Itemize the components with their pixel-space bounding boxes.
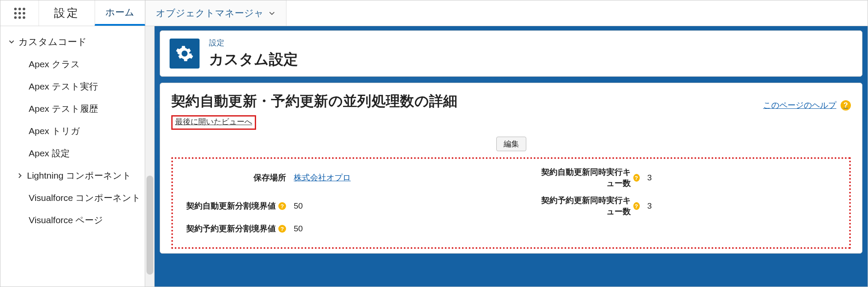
detail-row-auto-threshold: 契約自動更新分割境界値? 50 — [183, 195, 486, 217]
page-title: 契約自動更新・予約更新の並列処理数の詳細 — [171, 92, 458, 111]
help-icon: ? — [841, 100, 851, 111]
help-icon[interactable]: ? — [633, 174, 640, 182]
sidebar-item-apex-settings[interactable]: Apex 設定 — [29, 142, 141, 164]
tab-home[interactable]: ホーム — [95, 0, 145, 26]
svg-point-3 — [14, 12, 17, 15]
sidebar-node-label: カスタムコード — [18, 36, 87, 49]
detail-row-location: 保存場所 株式会社オプロ — [183, 167, 486, 189]
help-icon[interactable]: ? — [278, 202, 286, 210]
breadcrumb[interactable]: 設定 — [209, 38, 298, 48]
svg-point-1 — [18, 8, 21, 10]
svg-point-8 — [23, 16, 25, 19]
detail-box: 保存場所 株式会社オプロ 契約自動更新同時実行キュー数? 3 契約自動更新分割境… — [171, 157, 851, 249]
page-header-title: カスタム設定 — [209, 50, 298, 69]
chevron-right-icon — [17, 172, 24, 179]
svg-point-7 — [18, 16, 21, 19]
help-icon[interactable]: ? — [633, 202, 640, 210]
svg-point-0 — [14, 8, 17, 10]
chevron-down-icon — [8, 39, 15, 45]
detail-value-location[interactable]: 株式会社オプロ — [294, 172, 351, 183]
sidebar-item-lightning-components[interactable]: Lightning コンポーネント — [17, 164, 141, 187]
sidebar-item-apex-trigger[interactable]: Apex トリガ — [29, 120, 141, 142]
gear-icon — [170, 39, 200, 69]
main: 設定 カスタム設定 契約自動更新・予約更新の並列処理数の詳細 このページのヘルプ… — [155, 26, 868, 287]
nav-tabs: ホーム オブジェクトマネージャ — [95, 0, 286, 26]
svg-point-6 — [14, 16, 17, 19]
svg-point-4 — [18, 12, 21, 15]
tab-label: オブジェクトマネージャ — [156, 7, 264, 20]
sidebar-item-apex-test-exec[interactable]: Apex テスト実行 — [29, 75, 141, 98]
sidebar-item-apex-test-history[interactable]: Apex テスト履歴 — [29, 98, 141, 120]
detail-row-res-threshold: 契約予約更新分割境界値? 50 — [183, 223, 486, 234]
detail-row-res-queue: 契約予約更新同時実行キュー数? 3 — [537, 195, 839, 217]
app-launcher-icon — [13, 7, 26, 20]
content-panel: 契約自動更新・予約更新の並列処理数の詳細 このページのヘルプ ? 最後に開いたビ… — [160, 83, 862, 254]
tab-object-manager[interactable]: オブジェクトマネージャ — [145, 0, 286, 26]
svg-point-5 — [23, 12, 25, 15]
back-link-highlight: 最後に開いたビューへ — [171, 115, 256, 130]
detail-row-auto-queue: 契約自動更新同時実行キュー数? 3 — [537, 167, 839, 189]
sidebar-item-vf-components[interactable]: Visualforce コンポーネント — [29, 187, 141, 209]
svg-point-2 — [23, 8, 25, 10]
page-header: 設定 カスタム設定 — [160, 30, 862, 77]
sidebar-item-apex-class[interactable]: Apex クラス — [29, 53, 141, 75]
tab-label: ホーム — [105, 6, 134, 19]
scrollbar-thumb[interactable] — [146, 176, 153, 275]
sidebar-item-vf-page[interactable]: Visualforce ページ — [29, 209, 141, 231]
app-launcher-button[interactable] — [0, 0, 39, 26]
help-icon[interactable]: ? — [278, 225, 286, 233]
chevron-down-icon — [268, 9, 276, 17]
sidebar: カスタムコード Apex クラス Apex テスト実行 Apex テスト履歴 A… — [0, 26, 145, 287]
sidebar-node-custom-code[interactable]: カスタムコード — [8, 34, 141, 53]
back-link[interactable]: 最後に開いたビューへ — [175, 117, 252, 126]
help-link[interactable]: このページのヘルプ ? — [763, 100, 851, 111]
scrollbar[interactable] — [145, 26, 154, 287]
topbar: 設定 ホーム オブジェクトマネージャ — [0, 0, 868, 26]
app-name: 設定 — [39, 0, 95, 26]
edit-button[interactable]: 編集 — [496, 137, 526, 151]
